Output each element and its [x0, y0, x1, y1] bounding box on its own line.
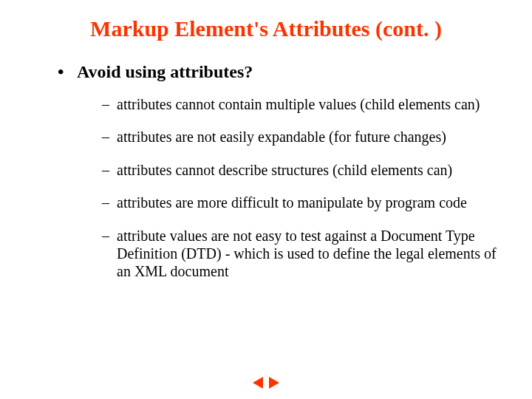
bullet-list-level2: attributes cannot contain multiple value… [77, 95, 497, 281]
list-item-text: attributes are more difficult to manipul… [117, 194, 467, 211]
title-main: Markup Element's Attributes [90, 16, 369, 41]
bullet-list-level1: Avoid using attributes? attributes canno… [35, 62, 497, 281]
list-item: attributes cannot contain multiple value… [102, 95, 497, 113]
title-continued: (cont. ) [375, 16, 442, 41]
list-item-text: attributes cannot contain multiple value… [117, 96, 480, 112]
list-item-text: attributes are not easily expandable (fo… [117, 129, 446, 145]
next-button[interactable] [267, 377, 281, 389]
list-item: attributes are more difficult to manipul… [102, 194, 497, 211]
list-item-text: attribute values are not easy to test ag… [117, 228, 497, 280]
slide-title: Markup Element's Attributes (cont. ) [35, 16, 497, 41]
prev-button[interactable] [251, 377, 265, 389]
list-item: attribute values are not easy to test ag… [102, 227, 497, 281]
slide-body: Markup Element's Attributes (cont. ) Avo… [0, 0, 532, 281]
level1-heading: Avoid using attributes? [77, 62, 253, 81]
triangle-left-icon [253, 377, 263, 389]
list-item-text: attributes cannot describe structures (c… [117, 162, 452, 178]
nav-controls [251, 377, 281, 389]
triangle-right-icon [269, 377, 279, 389]
list-item: attributes are not easily expandable (fo… [102, 128, 497, 146]
list-item: attributes cannot describe structures (c… [102, 161, 497, 179]
level1-item: Avoid using attributes? attributes canno… [58, 62, 497, 281]
